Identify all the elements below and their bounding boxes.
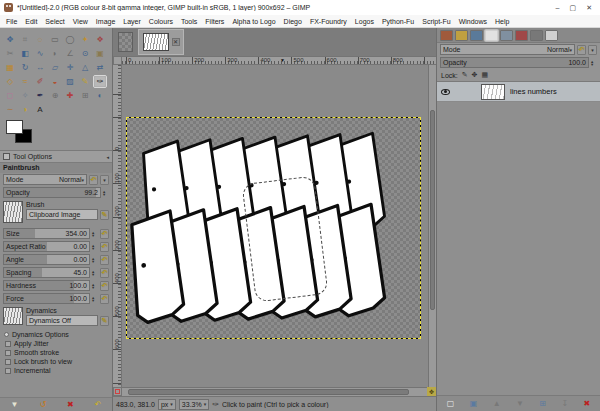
- slider-field[interactable]: Angle 0.00: [3, 254, 90, 265]
- image-tab-inactive[interactable]: [118, 32, 133, 52]
- slider-value[interactable]: 354.00: [66, 230, 87, 237]
- reset-mode-button[interactable]: ↶: [89, 175, 98, 185]
- slider-value[interactable]: 100.0: [69, 282, 87, 289]
- tool-button[interactable]: ◑: [18, 103, 32, 116]
- tool-button[interactable]: ◗: [48, 47, 62, 60]
- tool-button[interactable]: ∼: [3, 103, 17, 116]
- tool-preset-button[interactable]: ✖: [67, 401, 74, 409]
- menu-item[interactable]: Script-Fu: [418, 17, 454, 26]
- dynamics-options-expander[interactable]: Dynamics Options: [0, 329, 112, 339]
- tool-button[interactable]: ↔: [33, 61, 47, 74]
- tool-button[interactable]: ⊞: [78, 89, 92, 102]
- dialog-tab[interactable]: [440, 30, 453, 41]
- dialog-tab[interactable]: [485, 30, 498, 41]
- dialog-tab[interactable]: [530, 30, 543, 41]
- dialog-tab[interactable]: [515, 30, 528, 41]
- menu-item[interactable]: Windows: [455, 17, 491, 26]
- foreground-color-swatch[interactable]: [6, 120, 23, 134]
- opacity-value[interactable]: 99.2: [84, 189, 98, 196]
- slider-spinner[interactable]: ▴▾: [92, 231, 98, 237]
- option-checkbox-row[interactable]: Apply Jitter: [0, 339, 112, 348]
- option-checkbox-row[interactable]: Incremental: [0, 366, 112, 375]
- menu-item[interactable]: Edit: [21, 17, 41, 26]
- tool-preset-button[interactable]: ↺: [39, 401, 46, 409]
- close-button[interactable]: ✕: [586, 3, 592, 12]
- tool-button[interactable]: ❖: [93, 33, 107, 46]
- tool-button[interactable]: A: [33, 103, 47, 116]
- tool-button[interactable]: ▱: [48, 61, 62, 74]
- slider-value[interactable]: 100.0: [69, 295, 87, 302]
- edit-dynamics-button[interactable]: ✎: [100, 316, 109, 326]
- tool-button[interactable]: ◧: [18, 47, 32, 60]
- slider-spinner[interactable]: ▴▾: [92, 244, 98, 250]
- lock-toggle[interactable]: ▦: [481, 71, 488, 79]
- tool-button[interactable]: ◻: [3, 89, 17, 102]
- menu-item[interactable]: Layer: [119, 17, 145, 26]
- slider-value[interactable]: 0.00: [73, 256, 87, 263]
- quick-mask-button[interactable]: [113, 387, 122, 396]
- tool-button[interactable]: ◇: [3, 75, 17, 88]
- horizontal-scrollbar-thumb[interactable]: [128, 389, 409, 395]
- menu-item[interactable]: Help: [491, 17, 513, 26]
- menu-item[interactable]: Alpha to Logo: [228, 17, 279, 26]
- unit-select[interactable]: px▾: [158, 399, 176, 410]
- mode-value[interactable]: Normal: [59, 176, 82, 183]
- slider-value[interactable]: 0.00: [73, 243, 87, 250]
- reset-slider-button[interactable]: ↶: [100, 281, 109, 291]
- tool-button[interactable]: ✥: [3, 33, 17, 46]
- slider-spinner[interactable]: ▴▾: [92, 270, 98, 276]
- menu-item[interactable]: File: [2, 17, 21, 26]
- edit-brush-button[interactable]: ✎: [100, 210, 109, 220]
- menu-item[interactable]: Filters: [201, 17, 228, 26]
- layer-mode-value[interactable]: Normal: [547, 46, 570, 53]
- menu-item[interactable]: Python-Fu: [378, 17, 418, 26]
- layer-action-button[interactable]: ⊞: [539, 400, 546, 408]
- layer-row[interactable]: lines numbers: [437, 82, 600, 102]
- layer-action-button[interactable]: ↧: [561, 400, 568, 408]
- tool-preset-button[interactable]: ↶: [95, 401, 102, 409]
- checkbox-icon[interactable]: [5, 341, 11, 347]
- slider-spinner[interactable]: ▴▾: [92, 257, 98, 263]
- reset-slider-button[interactable]: ↶: [100, 268, 109, 278]
- dynamics-name-field[interactable]: Dynamics Off: [26, 315, 98, 326]
- layer-blend-space-button[interactable]: ▾: [588, 45, 597, 55]
- checkbox-icon[interactable]: [5, 350, 11, 356]
- slider-field[interactable]: Size 354.00: [3, 228, 90, 239]
- opacity-slider[interactable]: Opacity 99.2: [3, 187, 101, 198]
- option-checkbox-row[interactable]: Smooth stroke: [0, 348, 112, 357]
- reset-slider-button[interactable]: ↶: [100, 242, 109, 252]
- minimize-button[interactable]: –: [556, 3, 560, 12]
- tool-button[interactable]: ◌: [33, 33, 47, 46]
- layer-action-button[interactable]: ✖: [584, 400, 591, 408]
- tool-button[interactable]: ✑: [93, 75, 107, 88]
- slider-field[interactable]: Spacing 45.0: [3, 267, 90, 278]
- slider-field[interactable]: Hardness 100.0: [3, 280, 90, 291]
- vertical-scrollbar-thumb[interactable]: [430, 110, 435, 310]
- menu-item[interactable]: View: [69, 17, 92, 26]
- checkbox-icon[interactable]: [5, 359, 11, 365]
- layer-action-button[interactable]: ▲: [493, 400, 501, 408]
- slider-spinner[interactable]: ▴▾: [92, 283, 98, 289]
- layer-action-button[interactable]: ▼: [516, 400, 524, 408]
- maximize-button[interactable]: ▢: [570, 3, 577, 12]
- layer-opacity-spinner[interactable]: ▴▾: [591, 60, 597, 66]
- menu-item[interactable]: Image: [92, 17, 119, 26]
- dialog-tab[interactable]: [470, 30, 483, 41]
- slider-value[interactable]: 45.0: [73, 269, 87, 276]
- ruler-corner-button[interactable]: [113, 56, 122, 65]
- chevron-down-icon[interactable]: ▾: [569, 47, 572, 53]
- opacity-spinner[interactable]: ▴▾: [103, 190, 109, 196]
- lock-toggle[interactable]: ✎: [462, 71, 468, 79]
- tool-button[interactable]: ✐: [33, 75, 47, 88]
- reset-slider-button[interactable]: ↶: [100, 255, 109, 265]
- tool-button[interactable]: ↻: [18, 61, 32, 74]
- blend-space-button[interactable]: ▾: [100, 175, 109, 185]
- option-checkbox-row[interactable]: Lock brush to view: [0, 357, 112, 366]
- dialog-tab[interactable]: [545, 30, 558, 41]
- menu-item[interactable]: Diego: [280, 17, 306, 26]
- tool-button[interactable]: ⇄: [93, 61, 107, 74]
- tool-button[interactable]: ◒: [48, 75, 62, 88]
- layer-name[interactable]: lines numbers: [510, 87, 557, 96]
- layer-opacity-value[interactable]: 100.0: [568, 59, 586, 66]
- tool-button[interactable]: ◐: [93, 89, 107, 102]
